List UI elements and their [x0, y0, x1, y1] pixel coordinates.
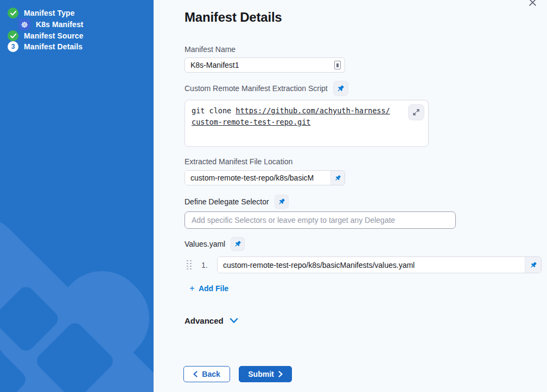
page-title: Manifest Details: [185, 10, 547, 25]
pin-icon[interactable]: [330, 171, 345, 185]
wizard-sidebar: Manifest Type ☸ K8s Manifest Manifest So…: [0, 0, 154, 392]
values-yaml-label: Values.yaml: [185, 240, 225, 248]
chevron-right-icon: [278, 371, 283, 377]
expand-icon[interactable]: [408, 104, 424, 120]
step-complete-icon: [8, 8, 18, 18]
submit-button-label: Submit: [248, 370, 274, 378]
chevron-down-icon: [230, 318, 238, 324]
manifest-name-label: Manifest Name: [185, 45, 547, 54]
chevron-left-icon: [193, 371, 198, 377]
step-label: Manifest Details: [24, 42, 82, 51]
advanced-label: Advanced: [185, 316, 224, 325]
back-button-label: Back: [202, 370, 220, 378]
submit-button[interactable]: Submit: [239, 366, 292, 382]
extracted-location-input[interactable]: [185, 171, 330, 185]
step-manifest-type[interactable]: Manifest Type: [0, 8, 154, 18]
back-button[interactable]: Back: [183, 366, 230, 382]
step-label: Manifest Type: [24, 9, 75, 17]
manifest-details-dialog: Manifest Type ☸ K8s Manifest Manifest So…: [0, 0, 547, 392]
row-index: 1.: [201, 261, 211, 269]
edit-icon[interactable]: [334, 61, 341, 69]
delegate-selector-label: Define Delegate Selector: [185, 197, 269, 206]
close-icon[interactable]: [529, 0, 538, 8]
add-file-label: Add File: [199, 284, 228, 293]
extracted-location-label: Extracted Manifest File Location: [185, 157, 547, 166]
step-number-badge: 3: [8, 41, 18, 52]
values-yaml-label-row: Values.yaml: [185, 237, 547, 251]
substep-k8s-manifest[interactable]: ☸ K8s Manifest: [0, 18, 154, 30]
drag-handle-icon[interactable]: [187, 260, 192, 271]
add-file-button[interactable]: + Add File: [189, 284, 228, 293]
values-file-row: 1.: [185, 256, 547, 273]
delegate-selector-label-row: Define Delegate Selector: [185, 195, 547, 209]
extraction-script-label: Custom Remote Manifest Extraction Script: [185, 84, 328, 93]
script-url-part1: https://github.com/achyuth-harness/: [236, 106, 390, 115]
script-command: git clone: [192, 106, 236, 115]
pin-icon[interactable]: [275, 195, 289, 209]
manifest-name-field: [185, 57, 345, 73]
plus-icon: +: [189, 285, 195, 292]
advanced-toggle[interactable]: Advanced: [185, 316, 238, 325]
values-file-field: [217, 256, 542, 273]
step-label: Manifest Source: [24, 31, 84, 40]
pin-icon[interactable]: [231, 237, 245, 251]
wizard-steps: Manifest Type ☸ K8s Manifest Manifest So…: [0, 0, 154, 52]
script-url-part2: custom-remote-test-repo.git: [192, 118, 310, 126]
step-complete-icon: [8, 30, 18, 41]
step-manifest-details[interactable]: 3 Manifest Details: [0, 41, 154, 52]
step-manifest-source[interactable]: Manifest Source: [0, 30, 154, 41]
manifest-name-input[interactable]: [185, 57, 345, 73]
extraction-script-label-row: Custom Remote Manifest Extraction Script: [185, 81, 547, 96]
extraction-script-text: git clone https://github.com/achyuth-har…: [192, 105, 395, 128]
pin-icon[interactable]: [333, 81, 348, 96]
extracted-location-field: [185, 170, 345, 185]
kubernetes-icon: ☸: [18, 18, 30, 30]
delegate-selector-input[interactable]: [185, 211, 456, 229]
values-file-path-input[interactable]: [218, 257, 525, 273]
extraction-script-editor[interactable]: git clone https://github.com/achyuth-har…: [185, 100, 429, 147]
wizard-footer: Back Submit: [183, 366, 547, 382]
substep-label: K8s Manifest: [36, 20, 84, 29]
manifest-details-panel: Manifest Details Manifest Name Custom Re…: [154, 0, 547, 392]
pin-icon[interactable]: [525, 257, 541, 273]
